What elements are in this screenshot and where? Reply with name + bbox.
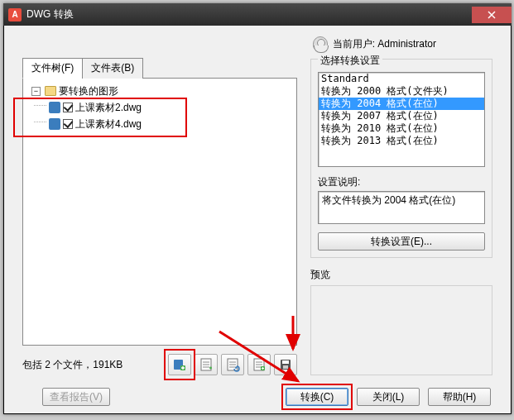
status-row: 包括 2 个文件，191KB [22, 346, 297, 375]
help-button[interactable]: 帮助(H) [428, 388, 491, 406]
settings-listbox[interactable]: Standard 转换为 2000 格式(文件夹) 转换为 2004 格式(在位… [318, 72, 485, 167]
list-item[interactable]: Standard [319, 73, 484, 85]
close-window-button[interactable] [472, 7, 512, 23]
window-controls [472, 7, 512, 23]
preview-label: 预览 [310, 268, 492, 282]
app-icon: A [8, 8, 22, 21]
open-list-button[interactable] [221, 354, 244, 375]
list-item[interactable]: 转换为 2010 格式(在位) [319, 122, 484, 135]
tree-file-row[interactable]: 上课素材2.dwg [26, 99, 294, 116]
tab-bar: 文件树(F) 文件表(B) [22, 58, 297, 79]
append-list-button[interactable] [247, 354, 271, 375]
user-row: 当前用户: Administrator [4, 31, 511, 57]
collapse-icon[interactable]: − [31, 87, 41, 96]
window-title: DWG 转换 [26, 7, 472, 21]
dwg-icon [49, 118, 60, 130]
list-item[interactable]: 转换为 2013 格式(在位) [319, 135, 484, 147]
dwg-icon [49, 102, 60, 113]
svg-rect-7 [282, 360, 289, 364]
tree-leader [34, 122, 46, 122]
preview-area [310, 285, 492, 375]
tree-file-row[interactable]: 上课素材4.dwg [26, 116, 294, 132]
footer-buttons: 查看报告(V) 转换(C) 关闭(L) 帮助(H) [4, 380, 511, 413]
user-icon [313, 36, 328, 51]
close-button[interactable]: 关闭(L) [357, 388, 420, 406]
save-list-button[interactable] [274, 354, 297, 375]
content-area: 文件树(F) 文件表(B) − 要转换的图形 上课素材2.dwg [4, 57, 511, 380]
checkbox-checked-icon[interactable] [63, 119, 73, 129]
new-list-button[interactable] [195, 354, 218, 375]
svg-rect-8 [283, 365, 288, 369]
tab-file-tree[interactable]: 文件树(F) [22, 58, 83, 79]
dwg-convert-dialog: A DWG 转换 当前用户: Administrator 文件树(F) 文件表(… [3, 3, 512, 414]
status-text: 包括 2 个文件，191KB [22, 358, 165, 375]
convert-settings-button[interactable]: 转换设置(E)... [318, 232, 485, 251]
checkbox-checked-icon[interactable] [63, 103, 73, 112]
file-tree[interactable]: − 要转换的图形 上课素材2.dwg 上课素材4.dwg [22, 78, 297, 346]
list-item[interactable]: 转换为 2007 格式(在位) [319, 110, 484, 122]
current-user-label: 当前用户: Administrator [333, 37, 436, 51]
tree-root-row[interactable]: − 要转换的图形 [26, 83, 294, 99]
add-file-button[interactable] [168, 354, 191, 375]
convert-button[interactable]: 转换(C) [286, 388, 348, 406]
tab-file-table[interactable]: 文件表(B) [82, 58, 143, 79]
description-box: 将文件转换为 2004 格式(在位) [318, 191, 485, 224]
right-pane: 选择转换设置 Standard 转换为 2000 格式(文件夹) 转换为 200… [310, 57, 492, 375]
tree-leader [34, 105, 46, 106]
list-item[interactable]: 转换为 2000 格式(文件夹) [319, 85, 484, 98]
settings-legend: 选择转换设置 [318, 54, 382, 68]
view-report-button[interactable]: 查看报告(V) [42, 388, 110, 406]
list-item-selected[interactable]: 转换为 2004 格式(在位) [319, 98, 484, 110]
left-pane: 文件树(F) 文件表(B) − 要转换的图形 上课素材2.dwg [22, 57, 297, 375]
settings-group: 选择转换设置 Standard 转换为 2000 格式(文件夹) 转换为 200… [310, 59, 492, 258]
folder-icon [45, 86, 56, 96]
tree-root-label: 要转换的图形 [59, 84, 118, 98]
dialog-body: 当前用户: Administrator 文件树(F) 文件表(B) − 要转换的… [3, 26, 512, 414]
tree-file-label: 上课素材4.dwg [75, 117, 142, 131]
titlebar[interactable]: A DWG 转换 [3, 3, 512, 26]
tree-file-label: 上课素材2.dwg [75, 101, 142, 115]
description-label: 设置说明: [318, 175, 485, 189]
